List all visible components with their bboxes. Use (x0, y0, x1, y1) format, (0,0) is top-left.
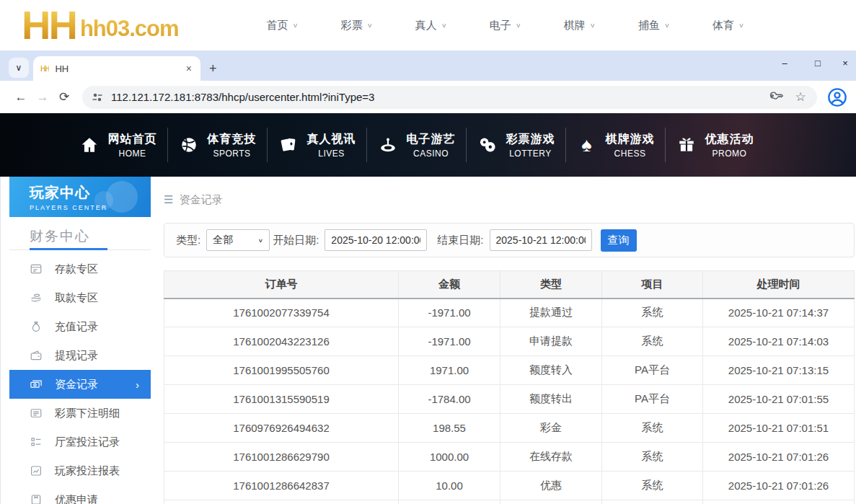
site-nav-sports[interactable]: 体育 ∨ (712, 19, 744, 32)
moneybag-icon (30, 320, 43, 333)
sidebar-item-withdraw[interactable]: 取款专区 (9, 283, 151, 312)
sidebar-item-label: 提现记录 (55, 349, 98, 363)
project-cell: 系统 (602, 327, 703, 356)
promo-ticket-icon (30, 493, 43, 504)
sidebar-item-recharge-record[interactable]: 充值记录 (9, 312, 151, 341)
game-nav-home[interactable]: 网站首页 HOME (69, 125, 167, 165)
new-tab-button[interactable]: + (209, 61, 217, 76)
nav-label: 棋牌 (564, 19, 586, 32)
game-nav-zh: 优惠活动 (705, 132, 754, 147)
back-button[interactable]: ← (10, 90, 32, 105)
start-date-label: 开始日期: (273, 234, 319, 247)
game-nav-zh: 彩票游戏 (506, 132, 555, 147)
game-nav-chess[interactable]: ♠ 棋牌游戏 CHESS (566, 125, 665, 165)
col-project: 项目 (602, 271, 703, 299)
url-text[interactable]: 112.121.172.181:8783/hhcp/usercenter.htm… (111, 91, 759, 103)
browser-tab[interactable]: HH HH × (33, 56, 200, 81)
tab-favicon: HH (40, 65, 49, 73)
end-date-label: 结束日期: (437, 234, 483, 247)
game-nav-zh: 电子游艺 (407, 132, 456, 147)
type-cell: 优惠 (500, 472, 602, 500)
site-nav-slots[interactable]: 电子 ∨ (490, 19, 521, 32)
site-nav-chess[interactable]: 棋牌 ∨ (564, 19, 596, 32)
site-nav-live[interactable]: 真人 ∨ (415, 19, 447, 32)
site-nav: 首页 ∨ 彩票 ∨ 真人 ∨ 电子 ∨ 棋牌 ∨ 捕鱼 ∨ 体育 ∨ (267, 19, 744, 32)
tab-close-icon[interactable]: × (183, 63, 195, 74)
site-nav-home[interactable]: 首页 ∨ (267, 19, 299, 32)
chevron-down-icon: ∨ (590, 22, 596, 29)
nav-label: 彩票 (341, 19, 363, 32)
chevron-down-icon: ∨ (441, 22, 447, 29)
type-cell: 申请提款 (500, 327, 602, 356)
tab-title: HH (55, 63, 182, 74)
time-cell: 2025-10-21 07:01:26 (703, 472, 855, 500)
game-nav-zh: 真人视讯 (307, 132, 356, 147)
lottery-balls-icon (477, 135, 498, 155)
nav-label: 体育 (712, 19, 734, 32)
project-cell: 系统 (602, 472, 703, 500)
spade-icon: ♠ (577, 135, 597, 155)
reload-button[interactable]: ⟳ (53, 89, 75, 105)
start-date-input[interactable] (325, 229, 427, 251)
minimize-button[interactable]: – (768, 58, 801, 68)
table-row-partial (164, 500, 855, 504)
bookmark-star-icon[interactable]: ☆ (793, 89, 808, 105)
password-key-icon[interactable] (768, 89, 784, 105)
game-nav-casino[interactable]: 电子游艺 CASINO (367, 125, 466, 165)
game-nav-lives[interactable]: 真人视讯 LIVES (268, 125, 366, 165)
game-nav-lottery[interactable]: 彩票游戏 LOTTERY (467, 125, 565, 165)
game-nav-en: CHESS (606, 149, 655, 159)
project-cell: 系统 (602, 299, 703, 327)
type-cell: 彩金 (500, 414, 602, 443)
amount-cell: -1971.00 (399, 327, 500, 356)
time-cell: 2025-10-21 07:14:03 (703, 327, 855, 356)
type-cell: 在线存款 (500, 443, 602, 472)
amount-cell: 1000.00 (399, 443, 500, 472)
project-cell: PA平台 (602, 385, 703, 414)
checklist-icon (30, 436, 43, 448)
sidebar-item-label: 存款专区 (55, 262, 98, 276)
sidebar-item-label: 玩家投注报表 (55, 464, 120, 478)
type-select[interactable]: 全部 ∨ (206, 229, 270, 251)
chevron-down-icon: ∨ (738, 22, 744, 29)
site-info-icon[interactable] (91, 91, 104, 104)
sidebar-item-withdrawal-record[interactable]: 提现记录 (9, 341, 151, 370)
maximize-button[interactable]: □ (801, 58, 834, 68)
project-cell: 系统 (602, 414, 703, 443)
site-nav-lottery[interactable]: 彩票 ∨ (341, 19, 373, 32)
game-nav-sports[interactable]: 体育竞技 SPORTS (168, 125, 267, 165)
funds-record-table: 订单号 金额 类型 项目 处理时间 1761002077339754 -1971… (164, 270, 855, 504)
site-logo[interactable]: HH hh03.com (22, 7, 179, 43)
sidebar-item-funds-record[interactable]: 资金记录 › (9, 370, 151, 399)
game-nav-zh: 体育竞技 (208, 132, 257, 147)
nav-label: 捕鱼 (638, 19, 660, 32)
players-center-header: 玩家中心 PLAYERS CENTER (9, 177, 151, 217)
sidebar-item-deposit[interactable]: 存款专区 (9, 255, 151, 283)
time-cell: 2025-10-21 07:14:37 (703, 299, 855, 327)
order-cell: 1761001286629790 (164, 443, 399, 472)
page-content: 玩家中心 PLAYERS CENTER 财务中心 存款专区 取款专区 充值记录 (0, 177, 856, 504)
tab-strip: ∨ HH HH × + – □ × (0, 50, 856, 81)
search-button[interactable]: 查询 (601, 229, 637, 252)
close-window-button[interactable]: × (834, 58, 856, 68)
amount-cell: -1784.00 (399, 385, 500, 414)
breadcrumb: ☰ 资金记录 (164, 190, 855, 210)
end-date-input[interactable] (490, 229, 592, 251)
sidebar-item-player-bet-report[interactable]: 玩家投注报表 (9, 456, 151, 485)
forward-button[interactable]: → (32, 90, 53, 105)
home-icon (79, 135, 100, 155)
game-nav-promo[interactable]: 优惠活动 PROMO (666, 125, 764, 165)
profile-avatar-icon[interactable] (827, 87, 847, 107)
amount-cell: 198.55 (399, 414, 500, 443)
chevron-right-icon: › (136, 379, 139, 391)
site-nav-fishing[interactable]: 捕鱼 ∨ (638, 19, 670, 32)
sidebar-item-label: 资金记录 (55, 378, 98, 392)
order-cell: 1761001995505760 (164, 356, 399, 385)
url-bar[interactable]: 112.121.172.181:8783/hhcp/usercenter.htm… (82, 86, 817, 109)
table-row: 1761001286629790 1000.00 在线存款 系统 2025-10… (164, 443, 855, 472)
tab-search-button[interactable]: ∨ (9, 58, 29, 78)
sidebar-item-promo-apply[interactable]: 优惠申请 (9, 485, 151, 504)
sidebar-item-room-bet-record[interactable]: 厅室投注记录 (9, 428, 151, 456)
sidebar-item-label: 彩票下注明细 (55, 407, 120, 420)
sidebar-item-lottery-bet-detail[interactable]: 彩票下注明细 (9, 399, 151, 428)
